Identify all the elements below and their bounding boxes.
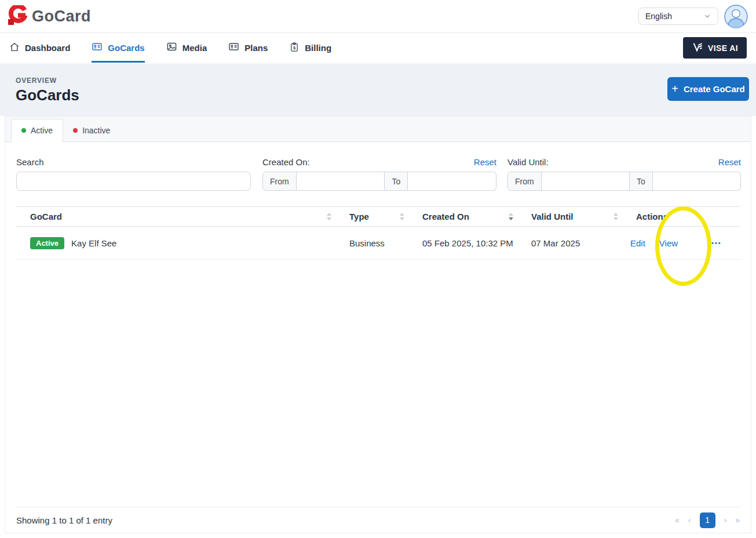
nav-label: Media — [182, 43, 207, 53]
pagination-last-button[interactable]: » — [735, 515, 740, 525]
nav-label: Plans — [244, 43, 268, 53]
language-select[interactable]: English — [638, 8, 718, 25]
tab-inactive-label: Inactive — [82, 126, 110, 135]
created-to-label: To — [385, 172, 408, 191]
gocards-table: GoCard Type Created On — [16, 206, 740, 260]
pagination-first-button[interactable]: « — [675, 515, 680, 525]
nav-item-plans[interactable]: Plans — [228, 33, 268, 63]
tab-active-label: Active — [31, 126, 53, 135]
nav-item-dashboard[interactable]: Dashboard — [9, 33, 70, 63]
nav-item-media[interactable]: Media — [166, 33, 207, 63]
brand-logo[interactable]: GoCard — [8, 5, 91, 27]
actions-cell: Edit View ••• — [622, 227, 740, 259]
created-on-filter: Created On: Reset From To — [262, 157, 496, 191]
table-footer: Showing 1 to 1 of 1 entry « ‹ 1 › » — [16, 507, 740, 533]
svg-text:$: $ — [293, 45, 296, 50]
plus-icon: + — [671, 83, 678, 94]
entries-summary: Showing 1 to 1 of 1 entry — [16, 515, 112, 525]
valid-to-label: To — [630, 172, 653, 191]
nav-item-gocards[interactable]: GoCards — [92, 33, 144, 63]
search-filter: Search — [16, 157, 251, 191]
chevron-down-icon — [703, 12, 711, 20]
created-on-cell: 05 Feb 2025, 10:32 PM — [408, 227, 517, 259]
nav-label: GoCards — [108, 43, 144, 53]
vise-ai-button[interactable]: VISE AI — [683, 37, 747, 59]
search-input[interactable] — [16, 172, 251, 191]
status-tabbar: Active Inactive — [5, 117, 751, 142]
view-link[interactable]: View — [659, 238, 678, 248]
active-status-dot — [21, 128, 26, 133]
table-header-row: GoCard Type Created On — [16, 206, 740, 227]
column-header-gocard[interactable]: GoCard — [16, 207, 335, 226]
page-title: GoCards — [16, 86, 756, 104]
create-gocard-label: Create GoCard — [684, 84, 745, 94]
created-from-label: From — [262, 172, 297, 191]
tab-active[interactable]: Active — [11, 119, 63, 142]
pagination-next-button[interactable]: › — [724, 515, 727, 525]
pagination-page-1[interactable]: 1 — [700, 512, 715, 528]
more-actions-button[interactable]: ••• — [711, 239, 722, 246]
status-badge: Active — [30, 237, 64, 249]
sort-icon — [399, 213, 405, 221]
valid-until-cell: 07 Mar 2025 — [517, 227, 622, 259]
created-on-range: From To — [262, 172, 496, 191]
nav-label: Dashboard — [25, 43, 70, 53]
inactive-status-dot — [73, 128, 78, 133]
tab-inactive[interactable]: Inactive — [63, 119, 120, 142]
id-card-icon — [92, 41, 103, 54]
table-row: Active Kay Elf See Business 05 Feb 2025,… — [16, 227, 740, 260]
gocards-panel: Active Inactive Search Created On: Reset — [5, 116, 751, 533]
vise-ai-icon — [692, 41, 703, 54]
valid-from-label: From — [507, 172, 542, 191]
gocard-name: Kay Elf See — [71, 238, 116, 248]
sort-desc-icon — [508, 213, 514, 221]
created-from-input[interactable] — [297, 172, 385, 191]
column-header-actions: Actions — [622, 207, 740, 226]
column-header-type[interactable]: Type — [335, 207, 408, 226]
search-label: Search — [16, 157, 44, 167]
home-icon — [9, 42, 20, 54]
pagination: « ‹ 1 › » — [675, 512, 740, 528]
valid-until-label: Valid Until: — [507, 157, 549, 167]
language-value: English — [645, 12, 672, 21]
filters-row: Search Created On: Reset From To Va — [5, 157, 751, 195]
create-gocard-button[interactable]: + Create GoCard — [667, 77, 749, 101]
valid-until-filter: Valid Until: Reset From To — [507, 157, 741, 191]
valid-until-range: From To — [507, 172, 741, 191]
image-icon — [166, 41, 177, 54]
main-nav: Dashboard GoCards Media Plans $ Billing — [0, 33, 756, 63]
sort-icon — [326, 213, 332, 221]
valid-from-input[interactable] — [542, 172, 630, 191]
top-bar: GoCard English — [0, 0, 756, 33]
brand-name: GoCard — [32, 8, 91, 26]
nav-label: Billing — [305, 43, 331, 53]
breadcrumb-eyebrow: OVERVIEW — [16, 77, 756, 85]
user-avatar[interactable] — [724, 5, 748, 28]
sort-icon — [613, 213, 619, 221]
type-cell: Business — [335, 227, 408, 259]
id-card-icon — [228, 41, 239, 54]
gocard-logo-icon — [8, 5, 28, 27]
column-header-valid-until[interactable]: Valid Until — [517, 207, 622, 226]
created-on-label: Created On: — [262, 157, 310, 167]
edit-link[interactable]: Edit — [630, 238, 645, 248]
valid-until-reset-link[interactable]: Reset — [718, 157, 741, 167]
billing-icon: $ — [289, 42, 300, 54]
pagination-prev-button[interactable]: ‹ — [688, 515, 691, 525]
vise-ai-label: VISE AI — [708, 43, 738, 53]
created-on-reset-link[interactable]: Reset — [474, 157, 496, 167]
column-header-created-on[interactable]: Created On — [408, 207, 517, 226]
gocard-cell: Active Kay Elf See — [16, 227, 335, 259]
valid-to-input[interactable] — [653, 172, 741, 191]
nav-item-billing[interactable]: $ Billing — [289, 33, 331, 63]
created-to-input[interactable] — [408, 172, 496, 191]
page-header: OVERVIEW GoCards + Create GoCard — [0, 64, 756, 116]
gocard-app: GoCard English Dashboard — [0, 0, 756, 538]
